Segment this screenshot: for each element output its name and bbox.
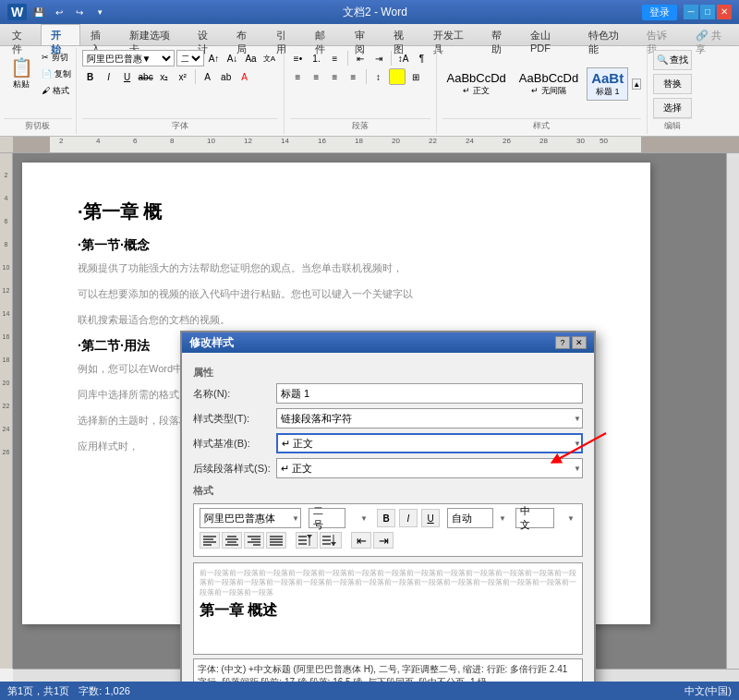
sort-button[interactable]: ↕A	[395, 50, 412, 66]
tab-share[interactable]: 🔗 共享	[685, 24, 739, 45]
close-button[interactable]: ✕	[717, 5, 732, 19]
tab-mailings[interactable]: 邮件	[305, 24, 344, 45]
line-spacing2-btn[interactable]	[320, 532, 342, 549]
quick-undo-icon[interactable]: ↩	[51, 4, 67, 20]
select-button[interactable]: 选择	[653, 98, 692, 118]
tab-newtab[interactable]: 新建选项卡	[119, 24, 187, 45]
border-button[interactable]: ⊞	[407, 68, 424, 85]
page-info: 第1页，共1页	[7, 684, 69, 698]
align-right-button[interactable]: ≡	[327, 68, 344, 85]
tab-tellme[interactable]: 告诉我	[636, 24, 685, 45]
italic-button[interactable]: I	[101, 68, 117, 85]
clear-format-button[interactable]: Aa	[243, 50, 260, 66]
alignment-row: ⇤ ⇥	[200, 532, 576, 549]
tab-review[interactable]: 审阅	[345, 24, 383, 45]
title-bar-left: W 💾 ↩ ↪ ▼	[7, 4, 108, 20]
superscript-button[interactable]: x²	[175, 68, 191, 85]
tab-view[interactable]: 视图	[383, 24, 422, 45]
phonetic-button[interactable]: 文A	[261, 50, 278, 66]
indent-decrease-button[interactable]: ⇤	[352, 50, 369, 66]
paste-button[interactable]: 📋 粘贴	[4, 50, 39, 96]
font-color-button[interactable]: A	[236, 68, 253, 85]
indent-right-btn[interactable]: ⇥	[373, 532, 394, 549]
find-button[interactable]: 🔍 查找	[653, 50, 692, 70]
justify-btn[interactable]	[266, 532, 286, 549]
tab-layout[interactable]: 布局	[226, 24, 265, 45]
quick-customize-icon[interactable]: ▼	[91, 4, 108, 20]
maximize-button[interactable]: □	[700, 5, 715, 19]
dialog-close-button[interactable]: ✕	[572, 336, 587, 349]
copy-button[interactable]: 📄 复制	[41, 66, 72, 81]
format-italic-button[interactable]: I	[399, 509, 418, 527]
tab-developer[interactable]: 开发工具	[423, 24, 481, 45]
justify-button[interactable]: ≡	[345, 68, 362, 85]
dialog-help-button[interactable]: ?	[555, 336, 570, 349]
tab-kspdf[interactable]: 金山PDF	[520, 24, 578, 45]
format-font-container: 阿里巴巴普惠体 ▼	[200, 508, 301, 528]
indent-increase-button[interactable]: ⇥	[370, 50, 387, 66]
indent-left-btn[interactable]: ⇤	[351, 532, 371, 549]
next-label: 后续段落样式(S):	[193, 462, 276, 476]
format-painter-button[interactable]: 🖌 格式	[41, 83, 72, 98]
text-effect-button[interactable]: A	[200, 68, 216, 85]
word-icon: W	[7, 4, 27, 20]
bold-button[interactable]: B	[82, 68, 99, 85]
paste-label: 粘贴	[13, 78, 30, 91]
paste-section: 📋 粘贴	[4, 50, 39, 118]
name-input[interactable]	[276, 383, 583, 404]
underline-button[interactable]: U	[119, 68, 136, 85]
format-size-select[interactable]: 二号 ▼	[309, 508, 345, 528]
svg-line-1	[555, 433, 606, 461]
bullets-button[interactable]: ≡•	[290, 50, 307, 66]
format-color-select[interactable]: 自动 ▼	[447, 508, 493, 528]
tab-design[interactable]: 设计	[188, 24, 226, 45]
tab-help[interactable]: 帮助	[481, 24, 520, 45]
style-heading1[interactable]: AaBt 标题 1	[587, 67, 628, 101]
numbering-button[interactable]: 1.	[309, 50, 325, 66]
tab-features[interactable]: 特色功能	[578, 24, 636, 45]
increase-font-button[interactable]: A↑	[206, 50, 223, 66]
format-lang-select[interactable]: 中文 ▼	[515, 508, 554, 528]
quick-save-icon[interactable]: 💾	[30, 4, 47, 20]
tab-file[interactable]: 文件	[2, 24, 41, 45]
format-underline-button[interactable]: U	[421, 509, 440, 527]
align-left-button[interactable]: ≡	[290, 68, 307, 85]
cut-button[interactable]: ✂ 剪切	[41, 50, 72, 65]
styles-scroll-up[interactable]: ▲	[632, 78, 641, 90]
style-preview-area: 前一段落前一段落前一段落前一段落前一段落前一段落前一段落前一段落前一段落前一段落…	[193, 562, 583, 655]
align-right-btn[interactable]	[244, 532, 264, 549]
strikethrough-button[interactable]: abc	[138, 68, 154, 85]
align-left-btn[interactable]	[200, 532, 220, 549]
name-label: 名称(N):	[193, 387, 276, 401]
modify-style-dialog: 修改样式 ? ✕ 属性 名称(N):	[180, 331, 596, 682]
show-marks-button[interactable]: ¶	[414, 50, 430, 66]
login-btn[interactable]: 登录	[642, 5, 677, 20]
styles-list: AaBbCcDd ↵ 正文 AaBbCcDd ↵ 无间隔 AaBt 标题 1 ▲	[442, 50, 642, 118]
tab-references[interactable]: 引用	[266, 24, 305, 45]
tab-insert[interactable]: 插入	[80, 24, 119, 45]
multilevel-button[interactable]: ≡	[327, 50, 344, 66]
dialog-controls: ? ✕	[555, 336, 587, 349]
format-font-select[interactable]: 阿里巴巴普惠体 ▼	[200, 508, 301, 528]
style-no-spacing[interactable]: AaBbCcDd ↵ 无间隔	[515, 68, 583, 100]
font-group-label: 字体	[82, 118, 278, 132]
format-bold-button[interactable]: B	[377, 509, 395, 527]
dialog-title-bar: 修改样式 ? ✕	[182, 332, 594, 353]
line-spacing1-btn[interactable]	[296, 532, 318, 549]
font-family-select[interactable]: 阿里巴巴普惠▼	[82, 50, 175, 66]
minimize-button[interactable]: ─	[684, 5, 698, 19]
text-highlight-button[interactable]: ab	[218, 68, 235, 85]
line-spacing-button[interactable]: ↕	[370, 68, 387, 85]
tab-home[interactable]: 开始	[41, 24, 79, 45]
shading-button[interactable]	[389, 68, 406, 85]
editing-group-label: 编辑	[653, 118, 692, 132]
quick-redo-icon[interactable]: ↪	[71, 4, 88, 20]
decrease-font-button[interactable]: A↓	[224, 50, 241, 66]
subscript-button[interactable]: x₂	[156, 68, 173, 85]
font-size-select[interactable]: 二号	[176, 50, 204, 66]
align-center-btn[interactable]	[222, 532, 242, 549]
replace-button[interactable]: 替换	[653, 74, 692, 94]
type-select[interactable]: 链接段落和字符 ▼	[276, 408, 583, 428]
align-center-button[interactable]: ≡	[309, 68, 325, 85]
style-normal[interactable]: AaBbCcDd ↵ 正文	[442, 68, 511, 100]
